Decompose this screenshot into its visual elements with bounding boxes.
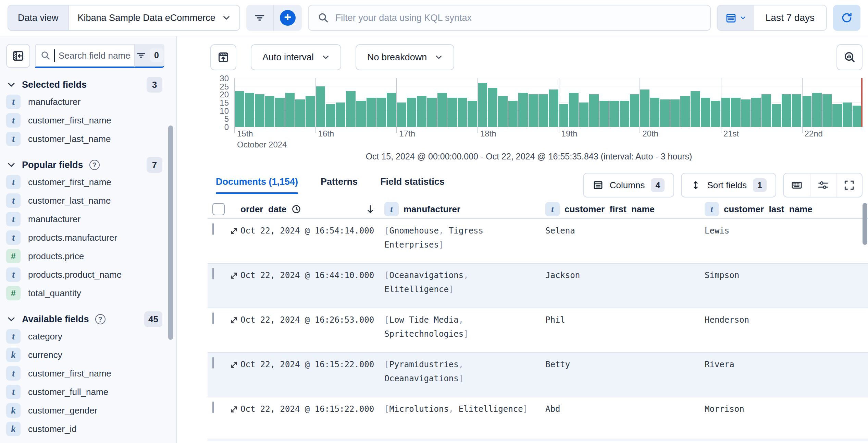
interval-select[interactable]: Auto interval [251, 44, 341, 70]
histogram-bar[interactable] [589, 94, 599, 127]
hide-chart-button[interactable] [210, 44, 236, 70]
expand-row-button[interactable] [229, 271, 240, 281]
histogram-bar[interactable] [620, 101, 629, 127]
histogram-bar[interactable] [407, 98, 417, 127]
histogram-bar[interactable] [680, 96, 690, 127]
histogram-bar[interactable] [832, 104, 842, 127]
refresh-button[interactable] [833, 5, 860, 31]
histogram-bar[interactable] [812, 93, 822, 127]
histogram-bar[interactable] [376, 98, 386, 127]
histogram-bar[interactable] [275, 98, 285, 127]
row-checkbox[interactable] [212, 402, 214, 413]
field-item[interactable]: tcategory [0, 327, 176, 346]
tab-patterns[interactable]: Patterns [321, 177, 358, 194]
histogram-bar[interactable] [306, 96, 315, 127]
field-item[interactable]: tproducts.product_name [0, 265, 176, 284]
row-checkbox[interactable] [212, 357, 214, 369]
collapse-sidebar-button[interactable] [6, 44, 30, 68]
histogram-bar[interactable] [458, 98, 467, 127]
field-filter-button[interactable]: 0 [135, 44, 164, 68]
histogram-bar[interactable] [367, 98, 376, 127]
tab-field-statistics[interactable]: Field statistics [380, 177, 445, 194]
date-picker-menu-button[interactable] [718, 5, 754, 30]
histogram-bar[interactable] [711, 101, 720, 127]
field-item[interactable]: kcustomer_gender [0, 401, 176, 420]
field-item[interactable]: kcustomer_id [0, 420, 176, 438]
histogram-bar[interactable] [741, 99, 751, 127]
histogram-bar[interactable] [599, 101, 609, 127]
histogram-bar[interactable] [447, 98, 457, 127]
histogram-bar[interactable] [498, 96, 508, 127]
fullscreen-button[interactable] [836, 173, 862, 197]
field-item[interactable]: tproducts.manufacturer [0, 228, 176, 247]
kql-search-bar[interactable] [308, 5, 711, 31]
field-group-header[interactable]: Available fields?45 [0, 311, 176, 327]
field-group-header[interactable]: Popular fields?7 [0, 157, 176, 173]
histogram-bar[interactable] [529, 94, 538, 127]
data-view-picker[interactable]: Data view Kibana Sample Data eCommerce [8, 5, 240, 31]
sort-descending-icon[interactable] [365, 204, 375, 214]
histogram-bar[interactable] [326, 104, 335, 127]
field-item[interactable]: #products.price [0, 247, 176, 265]
filter-menu-button[interactable] [246, 5, 274, 31]
histogram-bar[interactable] [660, 99, 670, 127]
histogram-bar[interactable] [751, 98, 761, 127]
histogram-bar[interactable] [295, 99, 305, 127]
row-checkbox[interactable] [212, 312, 214, 324]
histogram-bar[interactable] [691, 91, 700, 127]
histogram-bar[interactable] [822, 94, 832, 127]
histogram-bar[interactable] [731, 98, 741, 127]
data-view-value[interactable]: Kibana Sample Data eCommerce [69, 5, 239, 30]
display-options-button[interactable] [810, 173, 836, 197]
histogram-bar[interactable] [245, 93, 255, 127]
histogram-bar[interactable] [417, 96, 426, 127]
histogram-bar[interactable] [285, 93, 295, 127]
select-all-checkbox[interactable] [212, 203, 225, 215]
field-search-box[interactable] [35, 44, 135, 68]
expand-row-button[interactable] [229, 226, 240, 236]
field-search-input[interactable] [59, 50, 131, 61]
histogram-bar[interactable] [579, 103, 589, 127]
documents-scrollbar[interactable] [863, 203, 867, 245]
field-item[interactable]: tcustomer_last_name [0, 130, 176, 148]
histogram-bar[interactable] [427, 98, 437, 127]
field-item[interactable]: kcurrency [0, 346, 176, 364]
add-filter-button[interactable]: + [274, 5, 302, 31]
column-header-customer-last-name[interactable]: t customer_last_name [705, 202, 868, 216]
histogram-bar[interactable] [255, 94, 264, 127]
column-header-customer-first-name[interactable]: t customer_first_name [545, 202, 705, 216]
histogram-bar[interactable] [549, 89, 558, 127]
histogram-bar[interactable] [538, 94, 548, 127]
histogram-bar[interactable] [701, 98, 710, 127]
histogram-bar[interactable] [843, 103, 852, 127]
histogram-bar[interactable] [235, 91, 244, 127]
row-checkbox[interactable] [212, 268, 214, 279]
histogram-bar[interactable] [488, 88, 497, 127]
histogram-bar[interactable] [640, 89, 649, 127]
histogram-bar[interactable] [772, 104, 781, 127]
sort-fields-button[interactable]: Sort fields 1 [681, 173, 776, 197]
field-item[interactable]: tcustomer_first_name [0, 173, 176, 191]
field-item[interactable]: tmanufacturer [0, 210, 176, 228]
kql-search-input[interactable] [335, 13, 701, 23]
histogram-bar[interactable] [478, 83, 487, 127]
histogram-bar[interactable] [356, 101, 366, 127]
expand-row-button[interactable] [229, 360, 240, 370]
histogram-bar[interactable] [853, 106, 862, 127]
histogram-bar[interactable] [265, 96, 275, 127]
histogram-bar[interactable] [721, 98, 731, 127]
field-item[interactable]: tmanufacturer [0, 93, 176, 111]
expand-row-button[interactable] [229, 404, 240, 415]
field-item[interactable]: tcustomer_last_name [0, 191, 176, 210]
histogram-bar[interactable] [336, 103, 346, 127]
histogram-bar[interactable] [508, 101, 518, 127]
histogram-bar[interactable] [792, 94, 802, 127]
field-item[interactable]: tcustomer_full_name [0, 383, 176, 401]
field-item[interactable]: tcustomer_first_name [0, 364, 176, 383]
column-header-order-date[interactable]: order_date [240, 204, 384, 215]
histogram-bar[interactable] [346, 91, 356, 127]
histogram-bar[interactable] [609, 101, 619, 127]
histogram-bar[interactable] [518, 93, 528, 127]
histogram-bar[interactable] [670, 99, 680, 127]
histogram-bar[interactable] [397, 103, 406, 127]
